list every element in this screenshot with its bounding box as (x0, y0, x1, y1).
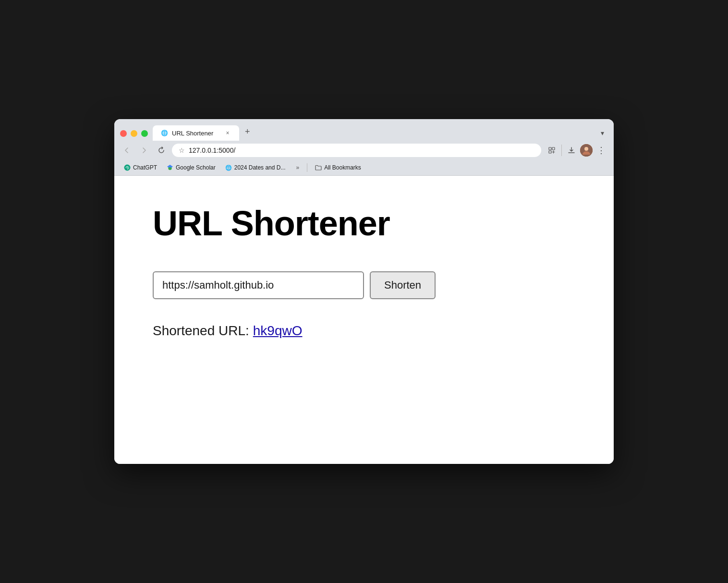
result-link[interactable]: hk9qwO (253, 323, 303, 339)
svg-rect-1 (552, 147, 555, 150)
google-scholar-icon (167, 164, 173, 171)
url-input[interactable] (153, 271, 364, 299)
bookmark-dates[interactable]: 🌐 2024 Dates and D... (221, 163, 290, 172)
tab-dropdown-button[interactable]: ▾ (595, 125, 610, 141)
tab-title: URL Shortener (172, 130, 220, 137)
forward-button[interactable] (137, 144, 151, 157)
bookmarks-more-button[interactable]: » (292, 163, 303, 172)
tab-area: 🌐 URL Shortener × + (153, 123, 594, 141)
folder-icon (315, 164, 322, 171)
extensions-button[interactable] (545, 144, 558, 157)
nav-actions: ⋮ (545, 144, 608, 157)
all-bookmarks-label: All Bookmarks (324, 164, 361, 171)
bookmarks-bar: ChatGPT Google Scholar 🌐 2024 Dates and … (114, 161, 614, 176)
dates-icon: 🌐 (225, 164, 232, 171)
result-label: Shortened URL: (153, 323, 249, 339)
tab-close-button[interactable]: × (224, 129, 231, 137)
active-tab[interactable]: 🌐 URL Shortener × (153, 125, 239, 141)
address-bar[interactable]: ☆ 127.0.0.1:5000/ (172, 144, 541, 157)
tab-bar: 🌐 URL Shortener × + ▾ (114, 119, 614, 141)
shorten-button[interactable]: Shorten (370, 271, 436, 299)
nav-divider (561, 145, 562, 156)
browser-chrome: 🌐 URL Shortener × + ▾ ☆ 127.0.0.1:5000/ (114, 119, 614, 176)
browser-window: 🌐 URL Shortener × + ▾ ☆ 127.0.0.1:5000/ (114, 119, 614, 464)
page-title: URL Shortener (153, 205, 575, 243)
result-section: Shortened URL: hk9qwO (153, 323, 575, 339)
svg-rect-2 (549, 151, 551, 153)
bookmark-chatgpt[interactable]: ChatGPT (120, 163, 161, 172)
more-button[interactable]: ⋮ (595, 144, 608, 157)
bookmark-google-scholar-label: Google Scholar (176, 164, 216, 171)
download-button[interactable] (565, 144, 578, 157)
bookmark-google-scholar[interactable]: Google Scholar (163, 163, 219, 172)
tab-favicon: 🌐 (160, 129, 168, 137)
address-text: 127.0.0.1:5000/ (189, 146, 534, 154)
nav-bar: ☆ 127.0.0.1:5000/ ⋮ (114, 141, 614, 161)
url-form: Shorten (153, 271, 575, 299)
bookmark-chatgpt-label: ChatGPT (133, 164, 157, 171)
reload-button[interactable] (155, 144, 168, 157)
page-content: URL Shortener Shorten Shortened URL: hk9… (114, 176, 614, 464)
svg-point-4 (584, 147, 588, 151)
all-bookmarks-button[interactable]: All Bookmarks (311, 163, 365, 172)
bookmark-star-icon: ☆ (179, 146, 185, 154)
close-window-button[interactable] (120, 130, 127, 137)
chatgpt-icon (124, 164, 131, 171)
maximize-window-button[interactable] (141, 130, 148, 137)
minimize-window-button[interactable] (131, 130, 137, 137)
new-tab-button[interactable]: + (239, 123, 256, 141)
profile-avatar[interactable] (580, 144, 593, 157)
traffic-lights (118, 130, 152, 141)
more-icon: ⋮ (597, 145, 606, 156)
svg-rect-0 (549, 147, 551, 150)
svg-point-6 (127, 168, 128, 169)
back-button[interactable] (120, 144, 133, 157)
bookmarks-divider (307, 163, 307, 172)
bookmark-dates-label: 2024 Dates and D... (234, 164, 286, 171)
